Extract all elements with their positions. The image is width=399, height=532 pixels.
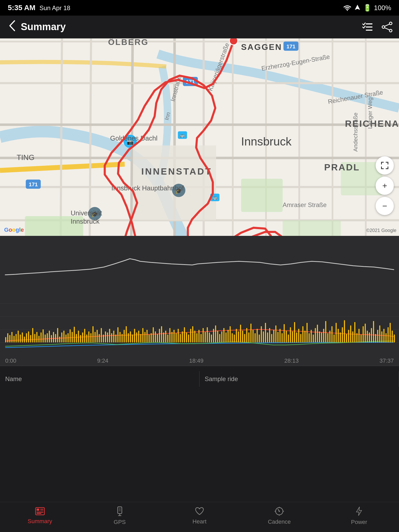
svg-rect-159 [155,331,156,342]
svg-rect-259 [363,326,364,342]
svg-rect-102 [36,332,37,342]
svg-rect-144 [124,330,125,342]
svg-rect-149 [134,329,135,342]
svg-rect-134 [103,335,104,342]
svg-rect-127 [88,331,89,342]
svg-rect-198 [236,329,237,342]
svg-rect-150 [136,332,137,342]
battery-indicator: 🔋 [363,4,371,12]
svg-rect-227 [296,332,297,342]
x-label-2: 18:49 [189,357,203,364]
svg-rect-223 [288,335,289,342]
svg-rect-162 [161,326,162,342]
svg-rect-253 [350,325,351,342]
nav-item-power[interactable]: Power [319,506,399,528]
svg-rect-157 [151,333,152,342]
table-preview: Name Sample ride [0,366,399,392]
svg-rect-239 [321,332,322,342]
svg-rect-167 [171,332,172,342]
svg-rect-114 [61,332,62,342]
svg-rect-212 [265,323,266,342]
svg-rect-122 [78,331,79,342]
svg-rect-250 [344,320,345,342]
nav-item-heart[interactable]: Heart [159,507,239,528]
svg-rect-109 [51,335,52,342]
svg-rect-166 [169,328,170,342]
nav-item-gps[interactable]: GPS [80,506,159,528]
header-left: Summary [6,18,66,36]
x-label-3: 28:13 [284,357,299,364]
svg-rect-183 [205,332,206,342]
svg-rect-260 [365,324,366,342]
zoom-in-button[interactable]: + [376,177,394,195]
svg-rect-251 [346,334,347,342]
svg-rect-145 [126,326,127,342]
bottom-nav: Summary GPS Heart [0,502,399,532]
svg-rect-155 [147,330,148,342]
svg-rect-136 [107,332,108,342]
svg-point-5 [382,26,385,28]
svg-rect-191 [221,331,222,342]
svg-rect-197 [234,335,235,342]
nav-label-gps: GPS [114,519,126,526]
checklist-icon[interactable] [362,22,374,32]
svg-line-7 [385,24,389,26]
svg-rect-257 [358,329,360,342]
svg-rect-168 [174,330,175,342]
svg-rect-267 [379,325,380,342]
fullscreen-button[interactable] [376,156,394,175]
svg-rect-96 [24,337,25,342]
svg-rect-116 [65,335,66,342]
svg-rect-206 [252,330,254,342]
svg-rect-152 [140,334,141,342]
nav-label-cadence: Cadence [268,518,291,525]
nav-item-cadence[interactable]: Cadence [240,507,319,528]
svg-point-0 [347,10,348,11]
svg-rect-194 [228,330,229,342]
svg-text:Innsbruck: Innsbruck [241,135,292,148]
svg-rect-178 [194,331,195,342]
back-button[interactable] [6,18,18,36]
svg-rect-255 [354,322,355,342]
perf-chart: 0:00 9:24 18:49 28:13 37:37 [0,288,399,366]
zoom-out-button[interactable]: − [376,197,394,215]
svg-rect-229 [300,334,301,342]
svg-rect-233 [309,333,310,342]
svg-rect-249 [342,327,343,342]
svg-rect-161 [159,329,160,342]
svg-rect-92 [16,334,17,342]
svg-rect-170 [178,329,179,342]
svg-text:PRADL: PRADL [324,162,360,172]
svg-text:INNENSTADT: INNENSTADT [141,166,212,176]
svg-rect-173 [184,327,185,342]
svg-rect-243 [329,331,330,342]
svg-rect-169 [176,333,177,342]
svg-rect-3 [366,30,373,31]
svg-rect-132 [99,334,100,342]
status-time: 5:35 AM Sun Apr 18 [8,4,70,12]
svg-text:ÖLBERG: ÖLBERG [108,38,149,47]
svg-rect-232 [307,323,308,342]
nav-item-summary[interactable]: Summary [0,507,80,527]
svg-rect-190 [219,334,220,342]
svg-rect-219 [280,329,281,342]
svg-text:Amraser Straße: Amraser Straße [283,201,327,208]
svg-rect-93 [18,331,19,342]
map-container[interactable]: 171 171 171 174 174 174 ▾ 📷 🎓 [0,38,399,236]
svg-rect-154 [144,332,145,342]
svg-rect-264 [373,321,374,342]
elevation-svg [0,241,399,283]
summary-icon [35,507,45,516]
svg-rect-119 [72,332,73,342]
svg-rect-228 [298,329,299,342]
svg-rect-105 [43,329,44,342]
share-icon[interactable] [381,21,393,33]
svg-text:Langer Weg: Langer Weg [367,97,373,129]
svg-rect-115 [63,331,64,342]
svg-rect-137 [109,329,110,342]
svg-rect-148 [132,335,133,342]
svg-rect-256 [356,333,357,342]
svg-rect-94 [20,335,21,342]
svg-rect-203 [246,328,247,342]
status-icons: 🔋 100% [343,4,391,12]
